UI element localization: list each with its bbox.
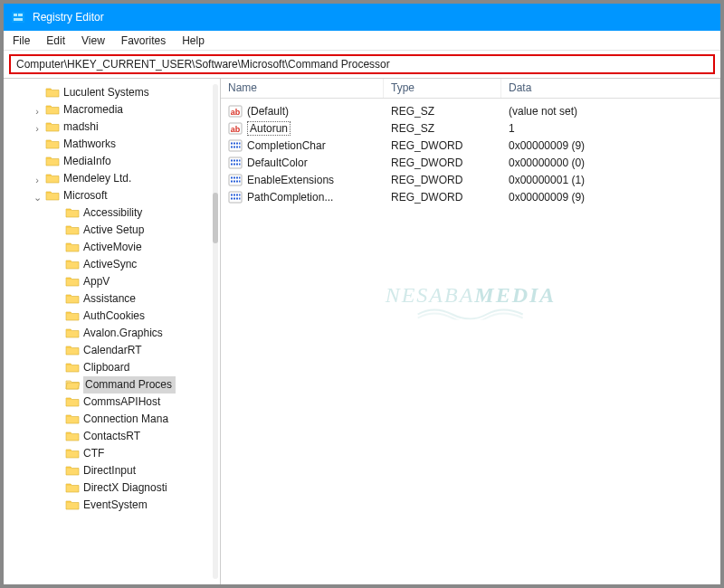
chevron-right-icon[interactable]: › xyxy=(31,120,43,133)
value-row[interactable]: DefaultColorREG_DWORD0x00000000 (0) xyxy=(221,154,720,171)
watermark-text-2: MEDIA xyxy=(474,282,556,306)
tree-item-label: DirectInput xyxy=(83,464,136,477)
tree-item[interactable]: ActiveMovie xyxy=(65,239,220,256)
string-value-icon xyxy=(228,104,243,119)
value-type: REG_SZ xyxy=(384,105,501,118)
tree-item[interactable]: Accessibility xyxy=(65,204,220,222)
value-row[interactable]: CompletionCharREG_DWORD0x00000009 (9) xyxy=(221,137,720,154)
tree-item[interactable]: ›madshi xyxy=(45,119,220,136)
menu-file[interactable]: File xyxy=(5,33,37,49)
menu-edit[interactable]: Edit xyxy=(39,33,72,49)
chevron-down-icon[interactable]: ⌄ xyxy=(31,189,43,202)
value-name: DefaultColor xyxy=(247,156,308,169)
tree-item[interactable]: CalendarRT xyxy=(65,342,220,359)
address-bar[interactable]: Computer\HKEY_CURRENT_USER\Software\Micr… xyxy=(9,54,715,74)
tree-item-label: Avalon.Graphics xyxy=(83,327,163,339)
tree-item-label: DirectX Diagnosti xyxy=(83,481,167,494)
tree-item[interactable]: ⌄Microsoft xyxy=(45,187,220,204)
tree-item[interactable]: Clipboard xyxy=(65,359,220,376)
value-type: REG_DWORD xyxy=(384,174,501,186)
value-row[interactable]: AutorunREG_SZ1 xyxy=(221,119,720,137)
dword-value-icon xyxy=(228,156,243,170)
column-header-data[interactable]: Data xyxy=(501,79,720,98)
folder-icon xyxy=(65,291,80,306)
value-data: 0x00000009 (9) xyxy=(501,139,720,152)
value-type: REG_DWORD xyxy=(384,191,501,204)
folder-icon xyxy=(45,119,60,134)
registry-tree[interactable]: Luculent Systems›Macromedia›madshiMathwo… xyxy=(4,84,220,514)
tree-item[interactable]: CommsAPIHost xyxy=(65,394,220,411)
column-header-type[interactable]: Type xyxy=(384,79,501,98)
main-area: Luculent Systems›Macromedia›madshiMathwo… xyxy=(4,78,720,584)
tree-item-label: EventSystem xyxy=(83,498,148,511)
menu-favorites[interactable]: Favorites xyxy=(114,33,173,49)
folder-icon xyxy=(65,343,80,357)
chevron-right-icon[interactable]: › xyxy=(31,103,43,116)
tree-scrollbar[interactable] xyxy=(213,84,218,579)
tree-item-label: CommsAPIHost xyxy=(83,395,160,408)
folder-icon xyxy=(45,137,60,151)
value-data: 1 xyxy=(501,122,720,135)
window-title: Registry Editor xyxy=(33,11,104,24)
folder-icon xyxy=(65,360,80,375)
tree-item[interactable]: EventSystem xyxy=(65,497,220,514)
value-name: EnableExtensions xyxy=(247,174,334,186)
tree-item[interactable]: MediaInfo xyxy=(45,153,220,170)
menubar: File Edit View Favorites Help xyxy=(4,31,720,51)
tree-item[interactable]: ›Macromedia xyxy=(45,101,220,119)
tree-item[interactable]: ActiveSync xyxy=(65,256,220,273)
tree-scrollbar-thumb[interactable] xyxy=(213,193,218,243)
folder-icon xyxy=(65,223,80,237)
folder-icon xyxy=(45,85,60,100)
tree-item[interactable]: AppV xyxy=(65,273,220,290)
watermark-wave-icon xyxy=(416,307,525,319)
value-type: REG_DWORD xyxy=(384,139,501,152)
tree-item-label: Accessibility xyxy=(83,206,142,219)
app-window: Registry Editor File Edit View Favorites… xyxy=(0,0,724,588)
column-header-name[interactable]: Name xyxy=(221,79,384,98)
tree-item[interactable]: Mathworks xyxy=(45,136,220,153)
tree-item[interactable]: DirectInput xyxy=(65,462,220,479)
tree-item[interactable]: ›Mendeley Ltd. xyxy=(45,170,220,187)
folder-icon xyxy=(65,412,80,426)
folder-icon xyxy=(65,308,80,323)
tree-item-label: Luculent Systems xyxy=(63,86,149,99)
tree-item[interactable]: Assistance xyxy=(65,290,220,308)
tree-item-label: Mathworks xyxy=(63,138,116,150)
tree-item[interactable]: CTF xyxy=(65,445,220,462)
tree-item[interactable]: AuthCookies xyxy=(65,308,220,325)
tree-item[interactable]: Command Proces xyxy=(65,376,220,394)
folder-icon xyxy=(65,377,80,392)
tree-item[interactable]: Luculent Systems xyxy=(45,84,220,101)
dword-value-icon xyxy=(228,190,243,204)
folder-icon xyxy=(65,274,80,289)
value-name: (Default) xyxy=(247,105,289,118)
folder-icon xyxy=(65,326,80,340)
tree-item-label: CTF xyxy=(83,447,104,460)
value-name[interactable]: Autorun xyxy=(247,121,291,136)
tree-item[interactable]: Active Setup xyxy=(65,222,220,239)
tree-item-label: MediaInfo xyxy=(63,155,111,167)
titlebar[interactable]: Registry Editor xyxy=(4,4,720,31)
value-row[interactable]: (Default)REG_SZ(value not set) xyxy=(221,102,720,119)
value-row[interactable]: PathCompletion...REG_DWORD0x00000009 (9) xyxy=(221,188,720,205)
tree-item[interactable]: Connection Mana xyxy=(65,411,220,428)
menu-view[interactable]: View xyxy=(74,33,112,49)
value-list[interactable]: (Default)REG_SZ(value not set)AutorunREG… xyxy=(221,99,720,205)
tree-item-label: CalendarRT xyxy=(83,344,141,356)
folder-icon xyxy=(45,171,60,185)
value-row[interactable]: EnableExtensionsREG_DWORD0x00000001 (1) xyxy=(221,171,720,188)
tree-item[interactable]: DirectX Diagnosti xyxy=(65,479,220,497)
value-data: 0x00000009 (9) xyxy=(501,191,720,204)
menu-help[interactable]: Help xyxy=(175,33,212,49)
value-name: CompletionChar xyxy=(247,139,326,152)
tree-item-label: ContactsRT xyxy=(83,430,140,442)
folder-icon xyxy=(45,188,60,203)
folder-icon xyxy=(65,429,80,443)
chevron-right-icon[interactable]: › xyxy=(31,172,43,185)
folder-icon xyxy=(65,240,80,254)
folder-icon xyxy=(65,480,80,495)
tree-item[interactable]: ContactsRT xyxy=(65,428,220,445)
dword-value-icon xyxy=(228,138,243,153)
tree-item[interactable]: Avalon.Graphics xyxy=(65,325,220,342)
